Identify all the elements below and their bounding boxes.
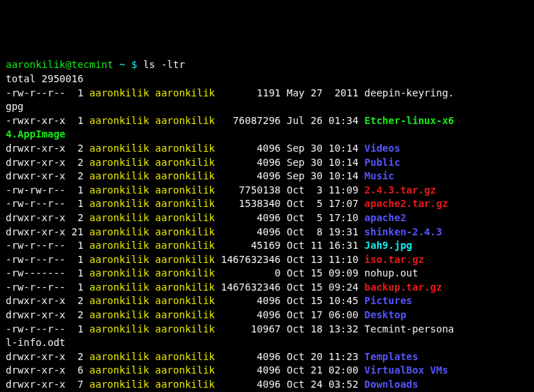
file-group: aaronkilik — [155, 115, 215, 126]
file-date: Oct 11 16:31 — [287, 240, 358, 251]
file-date: Oct 5 17:10 — [287, 212, 358, 223]
file-perm: drwxr-xr-x — [6, 364, 65, 376]
file-date: Oct 8 19:31 — [287, 226, 358, 237]
file-size: 4096 — [221, 295, 281, 306]
file-perm: drwxr-xr-x — [6, 142, 65, 154]
file-group: aaronkilik — [155, 351, 215, 362]
file-date: Sep 30 10:14 — [287, 170, 358, 181]
file-name: backup.tar.gz — [365, 281, 443, 293]
file-date: Sep 30 10:14 — [287, 142, 358, 154]
file-size: 10967 — [221, 323, 281, 335]
file-size: 4096 — [221, 379, 281, 390]
prompt-path: ~ $ — [113, 59, 143, 70]
file-name: VirtualBox VMs — [365, 364, 448, 376]
file-group: aaronkilik — [155, 170, 215, 181]
file-perm: drwxr-xr-x — [6, 157, 65, 168]
file-date: Oct 15 09:09 — [287, 267, 358, 279]
file-size: 1467632346 — [221, 281, 281, 293]
prompt-user: aaronkilik@tecmint — [6, 59, 113, 70]
file-date: Oct 5 17:07 — [287, 198, 358, 209]
file-links: 2 — [72, 212, 84, 223]
file-owner: aaronkilik — [89, 267, 149, 279]
file-name-cont: 4.AppImage — [6, 128, 65, 140]
file-date: Oct 21 02:00 — [287, 364, 358, 376]
file-group: aaronkilik — [155, 295, 215, 306]
file-name: Downloads — [365, 379, 418, 390]
file-date: Oct 3 11:09 — [287, 184, 358, 196]
file-owner: aaronkilik — [89, 240, 149, 251]
file-name: nohup.out — [365, 267, 418, 279]
file-owner: aaronkilik — [89, 364, 149, 376]
file-size: 4096 — [221, 309, 281, 320]
file-name: Tecmint-persona — [365, 323, 454, 335]
file-owner: aaronkilik — [89, 379, 149, 390]
file-perm: drwxr-xr-x — [6, 170, 65, 181]
file-name: Templates — [365, 351, 418, 362]
file-group: aaronkilik — [155, 212, 215, 223]
file-name: shinken-2.4.3 — [365, 226, 443, 237]
file-group: aaronkilik — [155, 157, 215, 168]
file-owner: aaronkilik — [89, 212, 149, 223]
file-links: 1 — [72, 198, 84, 209]
file-links: 1 — [72, 184, 84, 196]
file-date: Oct 15 09:24 — [287, 281, 358, 293]
file-perm: drwxr-xr-x — [6, 379, 65, 390]
file-perm: -rw------- — [6, 267, 65, 279]
file-date: Oct 13 11:10 — [287, 254, 358, 265]
file-owner: aaronkilik — [89, 87, 149, 99]
file-name: Public — [365, 157, 401, 168]
file-name: Videos — [365, 142, 401, 154]
file-size: 1538340 — [221, 198, 281, 209]
file-size: 0 — [221, 267, 281, 279]
file-group: aaronkilik — [155, 309, 215, 320]
file-perm: -rwxr-xr-x — [6, 115, 65, 126]
file-links: 1 — [72, 267, 84, 279]
file-group: aaronkilik — [155, 267, 215, 279]
file-perm: drwxr-xr-x — [6, 295, 65, 306]
file-owner: aaronkilik — [89, 295, 149, 306]
file-group: aaronkilik — [155, 254, 215, 265]
file-owner: aaronkilik — [89, 142, 149, 154]
file-links: 6 — [72, 364, 84, 376]
file-links: 2 — [72, 157, 84, 168]
file-name: 2.4.3.tar.gz — [365, 184, 436, 196]
file-name: deepin-keyring. — [365, 87, 454, 99]
file-date: Sep 30 10:14 — [287, 157, 358, 168]
file-group: aaronkilik — [155, 184, 215, 196]
file-links: 2 — [72, 142, 84, 154]
file-size: 4096 — [221, 351, 281, 362]
file-owner: aaronkilik — [89, 351, 149, 362]
file-links: 7 — [72, 379, 84, 390]
total-line: total 2950016 — [6, 73, 84, 84]
file-owner: aaronkilik — [89, 254, 149, 265]
file-owner: aaronkilik — [89, 115, 149, 126]
file-owner: aaronkilik — [89, 157, 149, 168]
terminal-output[interactable]: aaronkilik@tecmint ~ $ ls -ltr total 295… — [6, 58, 528, 392]
file-name: Jah9.jpg — [365, 240, 412, 251]
file-perm: drwxr-xr-x — [6, 226, 65, 237]
file-owner: aaronkilik — [89, 281, 149, 293]
file-size: 7750138 — [221, 184, 281, 196]
file-group: aaronkilik — [155, 142, 215, 154]
file-links: 2 — [72, 170, 84, 181]
file-perm: -rw-rw-r-- — [6, 184, 65, 196]
file-size: 4096 — [221, 226, 281, 237]
file-owner: aaronkilik — [89, 170, 149, 181]
file-links: 1 — [72, 87, 84, 99]
file-group: aaronkilik — [155, 379, 215, 390]
file-name: Pictures — [365, 295, 412, 306]
file-perm: -rw-r--r-- — [6, 240, 65, 251]
file-name: apache2.tar.gz — [365, 198, 448, 209]
file-size: 4096 — [221, 142, 281, 154]
file-group: aaronkilik — [155, 323, 215, 335]
file-name: Desktop — [365, 309, 406, 320]
file-size: 1467632346 — [221, 254, 281, 265]
file-size: 45169 — [221, 240, 281, 251]
file-perm: -rw-r--r-- — [6, 323, 65, 335]
file-date: Oct 20 11:23 — [287, 351, 358, 362]
file-perm: -rw-r--r-- — [6, 254, 65, 265]
file-name: Etcher-linux-x6 — [365, 115, 454, 126]
file-group: aaronkilik — [155, 87, 215, 99]
file-owner: aaronkilik — [89, 184, 149, 196]
file-perm: drwxr-xr-x — [6, 309, 65, 320]
